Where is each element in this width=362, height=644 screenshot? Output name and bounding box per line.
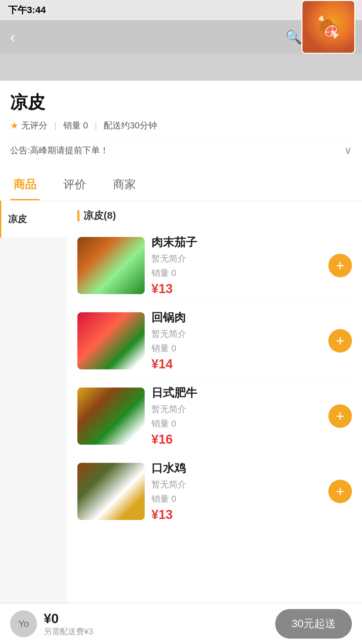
divider-2: | — [95, 120, 97, 131]
product-image-1 — [77, 237, 145, 294]
product-image-4 — [77, 463, 145, 520]
product-sales-4: 销量 0 — [151, 493, 322, 505]
product-list: 凉皮(8) 肉末茄子 暂无简介 销量 0 ¥13 + — [67, 201, 362, 604]
sales-count: 销量 0 — [63, 120, 88, 131]
avatar-text: Yo — [18, 618, 29, 629]
divider-1: | — [54, 120, 57, 131]
food-photo-4 — [77, 463, 145, 520]
bottom-bar: Yo ¥0 另需配送费¥3 30元起送 — [0, 604, 362, 644]
search-icon[interactable]: 🔍 — [285, 29, 302, 45]
product-item-huiguorou: 回锅肉 暂无简介 销量 0 ¥14 + — [74, 303, 355, 378]
main-content: 凉皮 ★ 无评分 | 销量 0 | 配送约30分钟 公告:高峰期请提前下单！ ∨… — [0, 81, 362, 644]
star-icon: ★ — [10, 120, 19, 131]
status-time: 下午3:44 — [8, 4, 46, 16]
chevron-down-icon[interactable]: ∨ — [344, 144, 352, 157]
product-details-4: 口水鸡 暂无简介 销量 0 ¥13 — [151, 460, 322, 522]
product-price-1: ¥13 — [151, 282, 322, 296]
product-image-3 — [77, 388, 145, 445]
tab-merchant[interactable]: 商家 — [110, 169, 139, 200]
product-image-2 — [77, 312, 145, 369]
restaurant-name: 凉皮 — [10, 91, 352, 114]
product-details-1: 肉末茄子 暂无简介 销量 0 ¥13 — [151, 235, 322, 296]
product-details-3: 日式肥牛 暂无简介 销量 0 ¥16 — [151, 385, 322, 447]
back-button[interactable]: ‹ — [10, 30, 15, 44]
product-details-2: 回锅肉 暂无简介 销量 0 ¥14 — [151, 310, 322, 371]
category-sidebar: 凉皮 — [0, 201, 67, 604]
product-price-2: ¥14 — [151, 357, 322, 371]
restaurant-header-bg — [0, 54, 362, 81]
product-desc-4: 暂无简介 — [151, 479, 322, 490]
category-title: 凉皮(8) — [83, 209, 116, 223]
add-button-3[interactable]: + — [328, 404, 352, 428]
product-sales-3: 销量 0 — [151, 418, 322, 430]
tab-reviews[interactable]: 评价 — [60, 169, 89, 200]
food-photo-3 — [77, 388, 145, 445]
delivery-time: 配送约30分钟 — [104, 120, 157, 131]
cart-info: ¥0 另需配送费¥3 — [44, 611, 268, 637]
nav-bar: ‹ 🔍 ☆ ⋮ 🍖 — [0, 20, 362, 54]
product-item-roumoqiezi: 肉末茄子 暂无简介 销量 0 ¥13 + — [74, 228, 355, 303]
product-price-4: ¥13 — [151, 508, 322, 522]
add-button-1[interactable]: + — [328, 254, 352, 277]
product-sales-2: 销量 0 — [151, 343, 322, 354]
announcement-bar: 公告:高峰期请提前下单！ ∨ — [10, 138, 352, 162]
product-name-2: 回锅肉 — [151, 310, 322, 325]
cart-avatar: Yo — [10, 610, 37, 637]
product-name-4: 口水鸡 — [151, 460, 322, 476]
product-item-koushuiji: 口水鸡 暂无简介 销量 0 ¥13 + — [74, 454, 355, 529]
tab-products[interactable]: 商品 — [10, 169, 40, 200]
tab-bar: 商品 评价 商家 — [0, 169, 362, 201]
category-header-liangpi: 凉皮(8) — [74, 201, 355, 228]
food-photo-2 — [77, 312, 145, 369]
product-name-3: 日式肥牛 — [151, 385, 322, 401]
product-desc-1: 暂无简介 — [151, 253, 322, 265]
product-sales-1: 销量 0 — [151, 267, 322, 279]
order-button[interactable]: 30元起送 — [275, 609, 352, 639]
add-button-4[interactable]: + — [328, 480, 352, 503]
product-desc-3: 暂无简介 — [151, 403, 322, 415]
rating-value: 无评分 — [21, 120, 47, 131]
restaurant-meta: ★ 无评分 | 销量 0 | 配送约30分钟 — [10, 120, 352, 131]
product-desc-2: 暂无简介 — [151, 328, 322, 340]
cart-price: ¥0 — [44, 611, 268, 626]
restaurant-thumbnail: 🍖 — [301, 0, 355, 54]
category-bar-accent — [77, 210, 79, 222]
content-layout: 凉皮 凉皮(8) 肉末茄子 暂无简介 销量 0 ¥13 + — [0, 201, 362, 604]
product-item-rishifeiniiu: 日式肥牛 暂无简介 销量 0 ¥16 + — [74, 378, 355, 454]
sidebar-item-liangpi[interactable]: 凉皮 — [0, 201, 67, 238]
thumbnail-image: 🍖 — [302, 1, 354, 53]
product-price-3: ¥16 — [151, 432, 322, 447]
announcement-text: 公告:高峰期请提前下单！ — [10, 145, 109, 156]
add-button-2[interactable]: + — [328, 329, 352, 353]
product-name-1: 肉末茄子 — [151, 235, 322, 250]
food-photo-1 — [77, 237, 145, 294]
restaurant-info: 凉皮 ★ 无评分 | 销量 0 | 配送约30分钟 公告:高峰期请提前下单！ ∨ — [0, 81, 362, 169]
cart-note: 另需配送费¥3 — [44, 626, 268, 637]
